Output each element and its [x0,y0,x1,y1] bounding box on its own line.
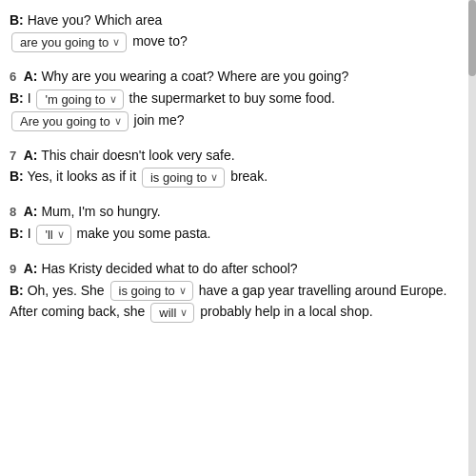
dropdown-is-going-to-2[interactable]: is going to ∨ [110,281,193,301]
dropdown-value: 'm going to [45,92,105,107]
item-9-number: 9 [10,262,20,276]
speaker-b-label: B: [10,12,24,28]
item-6-b-text1: I [28,90,31,106]
speaker-b-label-6: B: [10,90,24,106]
partial-move-text: move to? [132,33,188,49]
dropdown-value: are you going to [20,35,109,50]
item-7-b-text1: Yes, it looks as if it [27,169,136,184]
item-8-number: 8 [10,205,20,219]
dropdown-ll[interactable]: 'll ∨ [36,225,70,245]
chevron-down-icon: ∨ [112,36,120,49]
speaker-a-label-7: A: [24,148,38,163]
chevron-down-icon: ∨ [210,171,218,184]
item-7-a-text: This chair doesn't look very safe. [41,148,234,163]
item-9: 9 A: Has Kristy decided what to do after… [10,258,457,323]
dropdown-are-you-going-to[interactable]: are you going to ∨ [11,32,127,52]
item-8: 8 A: Mum, I'm so hungry. B: I 'll ∨ make… [10,201,457,245]
chevron-down-icon: ∨ [109,93,117,106]
speaker-a-label-6: A: [24,69,38,84]
chevron-down-icon: ∨ [179,285,187,297]
item-6-text: 6 A: Why are you wearing a coat? Where a… [10,66,457,130]
item-6-b-text3: join me? [134,112,185,128]
dropdown-are-you-going-to-2[interactable]: Are you going to ∨ [11,111,129,131]
dropdown-value: is going to [150,170,207,185]
item-6: 6 A: Why are you wearing a coat? Where a… [10,66,457,130]
dropdown-value: is going to [119,284,175,298]
chevron-down-icon: ∨ [180,307,188,319]
dropdown-value: 'll [45,228,52,242]
scrollbar-thumb[interactable] [468,0,476,76]
main-page: B: Have you? Which area are you going to… [0,0,476,476]
partial-b-text: Have you? Which area [28,12,163,28]
item-partial-text: B: Have you? Which area are you going to… [10,10,457,52]
item-7-number: 7 [10,149,20,163]
speaker-b-label-8: B: [10,226,24,241]
speaker-a-label-8: A: [24,204,38,219]
chevron-down-icon: ∨ [57,228,65,241]
item-8-a-text: Mum, I'm so hungry. [41,204,160,219]
item-9-b-text1: Oh, yes. She [28,283,105,298]
item-7: 7 A: This chair doesn't look very safe. … [10,145,457,188]
dropdown-will[interactable]: will ∨ [150,303,194,323]
dropdown-is-going-to[interactable]: is going to ∨ [142,168,225,188]
dropdown-im-going-to[interactable]: 'm going to ∨ [36,89,123,109]
item-6-number: 6 [10,69,20,84]
item-9-text: 9 A: Has Kristy decided what to do after… [10,258,457,323]
item-9-a-text: Has Kristy decided what to do after scho… [41,261,297,276]
speaker-b-label-9: B: [10,283,24,298]
item-6-b-text2: the supermarket to buy some food. [129,90,335,106]
item-7-b-text2: break. [230,169,268,184]
scrollbar[interactable] [468,0,476,476]
item-9-b-text3: probably help in a local shop. [200,304,372,319]
speaker-b-label-7: B: [10,169,24,184]
partial-dropdown-wrapper: are you going to ∨ move to? [10,33,188,49]
item-8-text: 8 A: Mum, I'm so hungry. B: I 'll ∨ make… [10,201,457,245]
item-8-b-text2: make you some pasta. [77,226,211,241]
item-7-text: 7 A: This chair doesn't look very safe. … [10,145,457,188]
item-8-b-text1: I [28,226,31,241]
item-6-a-text: Why are you wearing a coat? Where are yo… [41,69,348,84]
dropdown-value: Are you going to [20,114,110,129]
dropdown-value: will [159,306,176,320]
chevron-down-icon: ∨ [114,115,122,128]
speaker-a-label-9: A: [24,261,38,276]
item-partial: B: Have you? Which area are you going to… [10,10,457,52]
